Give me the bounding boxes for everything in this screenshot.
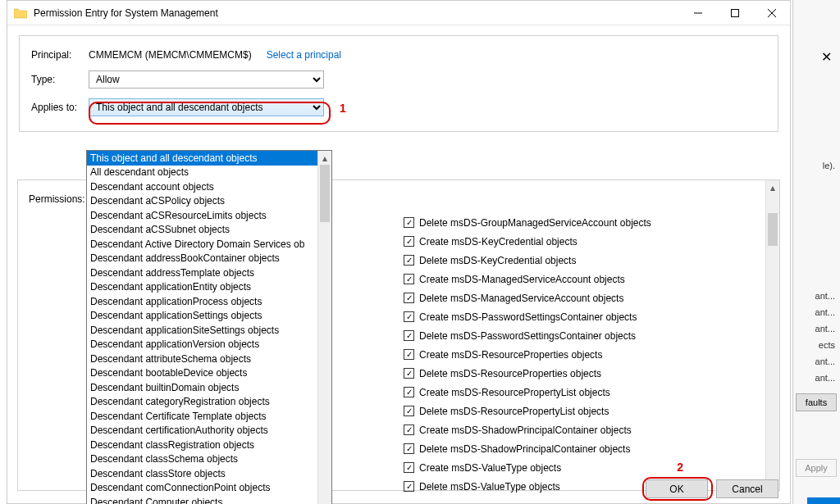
dropdown-option[interactable]: Descendant aCSPolicy objects xyxy=(87,194,317,209)
permission-label: Delete msDS-KeyCredential objects xyxy=(419,255,576,266)
permission-item: ✓Create msDS-ValueType objects xyxy=(404,458,651,477)
dropdown-option[interactable]: Descendant Active Directory Domain Servi… xyxy=(87,237,317,252)
dropdown-option[interactable]: Descendant addressTemplate objects xyxy=(87,266,317,280)
permission-item: ✓Delete msDS-ResourceProperties objects xyxy=(404,364,651,383)
bg-text: ects xyxy=(819,340,835,350)
scroll-thumb[interactable] xyxy=(768,213,778,246)
window-title: Permission Entry for System Management xyxy=(34,7,679,19)
permission-item: ✓Create msDS-KeyCredential objects xyxy=(404,232,651,251)
permission-item: ✓Create msDS-ShadowPrincipalContainer ob… xyxy=(404,420,651,439)
checkbox[interactable]: ✓ xyxy=(404,425,414,435)
dropdown-option[interactable]: Descendant builtinDomain objects xyxy=(87,380,317,395)
permission-item: ✓Delete msDS-GroupManagedServiceAccount … xyxy=(404,213,651,232)
minimize-button[interactable] xyxy=(679,1,716,25)
dropdown-option[interactable]: Descendant attributeSchema objects xyxy=(87,352,317,366)
annotation-2: 2 xyxy=(677,461,683,474)
checkbox[interactable]: ✓ xyxy=(404,236,414,247)
bg-text: ant... xyxy=(815,373,835,383)
permission-label: Delete msDS-PasswordSettingsContainer ob… xyxy=(419,330,636,342)
permission-item: ✓Delete msDS-ResourcePropertyList object… xyxy=(404,402,651,420)
dropdown-option[interactable]: Descendant classRegistration objects xyxy=(87,438,317,452)
principal-label: Principal: xyxy=(31,49,89,61)
checkbox[interactable]: ✓ xyxy=(404,255,414,266)
checkbox[interactable]: ✓ xyxy=(404,349,414,360)
permission-item: ✓Create msDS-ResourceProperties objects xyxy=(404,345,651,364)
taskbar xyxy=(807,497,840,504)
folder-icon xyxy=(14,7,27,19)
applies-to-dropdown[interactable]: This object and all descendant objectsAl… xyxy=(86,150,332,504)
type-select[interactable]: Allow xyxy=(89,70,324,89)
dropdown-scrollbar[interactable]: ▴ xyxy=(317,151,331,504)
checkbox[interactable]: ✓ xyxy=(404,293,414,303)
checkbox[interactable]: ✓ xyxy=(404,481,414,492)
permission-item: ✓Delete msDS-ManagedServiceAccount objec… xyxy=(404,288,651,307)
apply-button[interactable]: Apply xyxy=(796,459,837,477)
dropdown-option[interactable]: Descendant applicationVersion objects xyxy=(87,338,317,352)
scroll-up-icon[interactable]: ▴ xyxy=(766,180,779,194)
checkbox[interactable]: ✓ xyxy=(404,274,414,284)
bg-text: ant... xyxy=(815,291,835,301)
checkbox[interactable]: ✓ xyxy=(404,387,414,397)
scroll-thumb[interactable] xyxy=(320,165,330,222)
dropdown-option[interactable]: Descendant bootableDevice objects xyxy=(87,366,317,381)
dropdown-option[interactable]: Descendant applicationSettings objects xyxy=(87,309,317,324)
permission-label: Create msDS-ResourcePropertyList objects xyxy=(419,387,610,398)
bg-text: ant... xyxy=(815,356,835,366)
close-button[interactable] xyxy=(753,1,790,25)
checkbox[interactable]: ✓ xyxy=(404,217,414,228)
svg-rect-1 xyxy=(731,9,738,16)
permission-item: ✓Create msDS-ManagedServiceAccount objec… xyxy=(404,270,651,288)
permission-label: Delete msDS-ResourceProperties objects xyxy=(419,368,601,379)
permission-label: Create msDS-KeyCredential objects xyxy=(419,236,578,247)
permissions-list: ✓Delete msDS-GroupManagedServiceAccount … xyxy=(404,213,651,496)
permissions-label: Permissions: xyxy=(29,193,85,205)
maximize-button[interactable] xyxy=(716,1,753,25)
cancel-button[interactable]: Cancel xyxy=(716,479,778,498)
checkbox[interactable]: ✓ xyxy=(404,462,414,473)
applies-to-select[interactable]: This object and all descendant objects xyxy=(89,98,324,116)
permission-label: Create msDS-ShadowPrincipalContainer obj… xyxy=(419,425,632,436)
dropdown-option[interactable]: This object and all descendant objects xyxy=(87,151,317,166)
applies-to-label: Applies to: xyxy=(31,102,89,113)
checkbox[interactable]: ✓ xyxy=(404,406,414,416)
dropdown-option[interactable]: All descendant objects xyxy=(87,166,317,180)
checkbox[interactable]: ✓ xyxy=(404,311,414,322)
type-label: Type: xyxy=(31,74,89,85)
dropdown-option[interactable]: Descendant applicationEntity objects xyxy=(87,280,317,295)
ok-button[interactable]: OK xyxy=(646,479,708,498)
permission-item: ✓Delete msDS-ValueType objects xyxy=(404,477,651,496)
scroll-up-icon[interactable]: ▴ xyxy=(318,151,331,165)
checkbox[interactable]: ✓ xyxy=(404,443,414,454)
dropdown-option[interactable]: Descendant applicationProcess objects xyxy=(87,294,317,309)
dropdown-option[interactable]: Descendant Certificate Template objects xyxy=(87,409,317,424)
checkbox[interactable]: ✓ xyxy=(404,368,414,379)
close-icon: ✕ xyxy=(821,49,832,65)
select-principal-link[interactable]: Select a principal xyxy=(267,49,341,61)
bg-text: ant... xyxy=(815,324,835,334)
bg-text: le). xyxy=(823,161,835,170)
scrollbar[interactable]: ▴ ▾ xyxy=(765,180,779,490)
principal-group: Principal: CMMEMCM (MEMCM\CMMEMCM$) Sele… xyxy=(19,35,778,132)
dropdown-option[interactable]: Descendant applicationSiteSettings objec… xyxy=(87,323,317,338)
principal-value: CMMEMCM (MEMCM\CMMEMCM$) xyxy=(89,49,252,61)
permission-label: Delete msDS-ShadowPrincipalContainer obj… xyxy=(419,443,630,455)
dropdown-option[interactable]: Descendant account objects xyxy=(87,179,317,194)
annotation-1: 1 xyxy=(340,102,346,115)
dropdown-option[interactable]: Descendant aCSSubnet objects xyxy=(87,223,317,238)
permission-label: Delete msDS-ManagedServiceAccount object… xyxy=(419,293,623,304)
dropdown-option[interactable]: Descendant certificationAuthority object… xyxy=(87,424,317,438)
permission-label: Delete msDS-ResourcePropertyList objects xyxy=(419,406,609,417)
dropdown-option[interactable]: Descendant addressBookContainer objects xyxy=(87,252,317,266)
dropdown-option[interactable]: Descendant categoryRegistration objects xyxy=(87,395,317,410)
checkbox[interactable]: ✓ xyxy=(404,330,414,341)
restore-defaults-button[interactable]: faults xyxy=(796,393,837,411)
dropdown-option[interactable]: Descendant comConnectionPoint objects xyxy=(87,481,317,496)
permission-entry-window: Permission Entry for System Management P… xyxy=(7,0,791,504)
background-window: ✕ le). ant... ant... ant... ects ant... … xyxy=(792,0,840,504)
dropdown-option[interactable]: Descendant aCSResourceLimits objects xyxy=(87,208,317,223)
dropdown-option[interactable]: Descendant classStore objects xyxy=(87,466,317,481)
bg-text: ant... xyxy=(815,307,835,317)
permission-label: Delete msDS-ValueType objects xyxy=(419,481,560,493)
dropdown-option[interactable]: Descendant classSchema objects xyxy=(87,452,317,467)
dropdown-option[interactable]: Descendant Computer objects xyxy=(87,495,317,504)
